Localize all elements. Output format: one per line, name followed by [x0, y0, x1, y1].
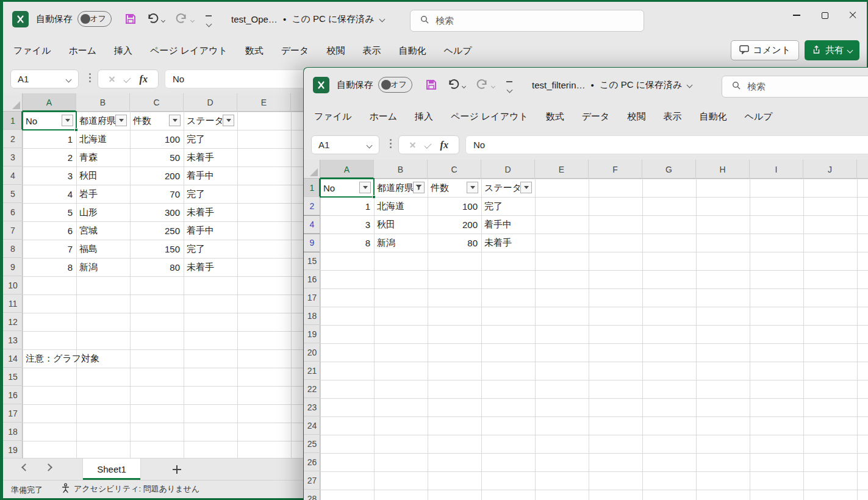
row-header-1[interactable]: 1	[3, 112, 23, 130]
ribbon-tab-9[interactable]: ヘルプ	[443, 45, 472, 57]
excel-app-icon[interactable]	[313, 77, 329, 93]
ribbon-tab-2[interactable]: 挿入	[114, 45, 132, 57]
header-cell-label[interactable]: ステータス	[184, 112, 249, 130]
redo-dropdown-icon[interactable]	[491, 84, 495, 88]
cancel-entry-icon[interactable]	[409, 141, 416, 148]
column-header-C[interactable]: C	[130, 93, 184, 112]
column-header-I[interactable]: I	[750, 160, 803, 179]
document-title-group[interactable]: test_filterin… • この PC に保存済み	[532, 79, 692, 91]
cell[interactable]: 200	[130, 166, 184, 185]
cell[interactable]: 完了	[184, 185, 237, 203]
row-header-5[interactable]: 5	[3, 185, 23, 203]
cell[interactable]: 福島	[76, 240, 130, 258]
cell[interactable]: 2	[23, 148, 76, 166]
cell[interactable]: 完了	[481, 197, 535, 215]
row-header-21[interactable]: 21	[304, 362, 320, 380]
confirm-entry-icon[interactable]	[425, 141, 432, 148]
fill-handle[interactable]	[372, 195, 376, 199]
cell[interactable]: 着手中	[184, 221, 237, 240]
cell[interactable]: 3	[320, 215, 374, 234]
row-header-28[interactable]: 28	[304, 490, 320, 500]
column-header-C[interactable]: C	[428, 160, 481, 179]
ribbon-tab-0[interactable]: ファイル	[13, 45, 51, 57]
row-header-12[interactable]: 12	[3, 313, 23, 331]
column-header-E[interactable]: E	[535, 160, 589, 179]
row-header-19[interactable]: 19	[3, 441, 23, 459]
undo-dropdown-icon[interactable]	[161, 18, 165, 23]
select-all-corner[interactable]	[304, 160, 320, 179]
ribbon-tab-6[interactable]: 校閲	[326, 45, 345, 57]
previous-sheet-button[interactable]	[21, 463, 29, 471]
ribbon-tab-2[interactable]: 挿入	[415, 111, 433, 123]
row-header-15[interactable]: 15	[304, 252, 320, 270]
autosave-toggle[interactable]: オフ	[77, 11, 112, 27]
cell[interactable]: 秋田	[374, 215, 428, 234]
document-title[interactable]: test_Ope…	[231, 14, 278, 24]
saved-status[interactable]: この PC に保存済み	[292, 13, 375, 25]
filter-dropdown-button[interactable]	[169, 115, 181, 126]
row-header-27[interactable]: 27	[304, 471, 320, 490]
fill-handle[interactable]	[74, 128, 78, 132]
row-header-11[interactable]: 11	[3, 295, 23, 313]
cell[interactable]: 3	[23, 166, 76, 185]
column-header-G[interactable]: G	[642, 160, 696, 179]
ribbon-tab-9[interactable]: ヘルプ	[744, 111, 772, 123]
cell[interactable]: 岩手	[76, 185, 130, 203]
row-header-18[interactable]: 18	[3, 423, 23, 441]
cell[interactable]: 山形	[76, 203, 130, 221]
row-header-2[interactable]: 2	[3, 130, 23, 148]
name-box[interactable]: A1	[10, 70, 79, 88]
ribbon-tab-8[interactable]: 自動化	[398, 45, 426, 57]
filter-funnel-icon[interactable]	[413, 182, 425, 193]
cell[interactable]: 100	[428, 197, 481, 215]
accessibility-status[interactable]: アクセシビリティ: 問題ありません	[74, 484, 199, 495]
document-title-group[interactable]: test_Ope… • この PC に保存済み	[231, 13, 384, 25]
row-header-9[interactable]: 9	[3, 258, 23, 276]
redo-button[interactable]	[476, 78, 495, 94]
cell[interactable]: 宮城	[76, 221, 130, 240]
minimize-button[interactable]	[783, 2, 811, 29]
column-header-B[interactable]: B	[76, 93, 130, 112]
share-button[interactable]: 共有	[805, 40, 859, 60]
cell[interactable]: 300	[130, 203, 184, 221]
cell[interactable]: 150	[130, 240, 184, 258]
cell[interactable]: 6	[23, 221, 76, 240]
cell[interactable]: 未着手	[184, 203, 237, 221]
row-header-16[interactable]: 16	[304, 270, 320, 288]
row-header-7[interactable]: 7	[3, 221, 23, 240]
row-header-8[interactable]: 8	[3, 240, 23, 258]
cell[interactable]: 北海道	[374, 197, 428, 215]
note-cell[interactable]: 注意：グラフ対象	[23, 349, 184, 368]
ribbon-tab-1[interactable]: ホーム	[68, 45, 96, 57]
customize-quick-access-toolbar-icon[interactable]	[204, 15, 213, 29]
row-header-17[interactable]: 17	[304, 288, 320, 307]
cell[interactable]: 北海道	[76, 130, 130, 148]
ribbon-tab-5[interactable]: データ	[582, 111, 610, 123]
save-icon[interactable]	[124, 12, 137, 28]
saved-status[interactable]: この PC に保存済み	[600, 79, 683, 91]
cell[interactable]: 250	[130, 221, 184, 240]
column-header-F[interactable]: F	[589, 160, 642, 179]
row-header-23[interactable]: 23	[304, 398, 320, 416]
row-header-17[interactable]: 17	[3, 404, 23, 423]
ribbon-tab-3[interactable]: ページ レイアウト	[150, 45, 228, 57]
undo-button[interactable]	[146, 12, 165, 28]
cell[interactable]: 未着手	[481, 234, 535, 252]
undo-button[interactable]	[447, 78, 465, 94]
next-sheet-button[interactable]	[45, 463, 52, 471]
row-header-18[interactable]: 18	[304, 307, 320, 325]
chevron-down-icon[interactable]	[687, 82, 693, 88]
name-box[interactable]: A1	[311, 135, 379, 154]
sheet-tab-active[interactable]: Sheet1	[82, 459, 141, 480]
row-header-9[interactable]: 9	[304, 234, 320, 252]
row-header-15[interactable]: 15	[3, 368, 23, 386]
cell[interactable]: 完了	[184, 130, 237, 148]
ribbon-tab-7[interactable]: 表示	[362, 45, 381, 57]
cell[interactable]: 青森	[76, 148, 130, 166]
cell[interactable]: 未着手	[184, 148, 237, 166]
search-input[interactable]: 検索	[410, 10, 644, 32]
save-icon[interactable]	[425, 78, 438, 94]
ribbon-tab-0[interactable]: ファイル	[314, 111, 351, 123]
insert-function-icon[interactable]: fx	[140, 74, 148, 85]
formula-input[interactable]: No	[465, 135, 868, 154]
